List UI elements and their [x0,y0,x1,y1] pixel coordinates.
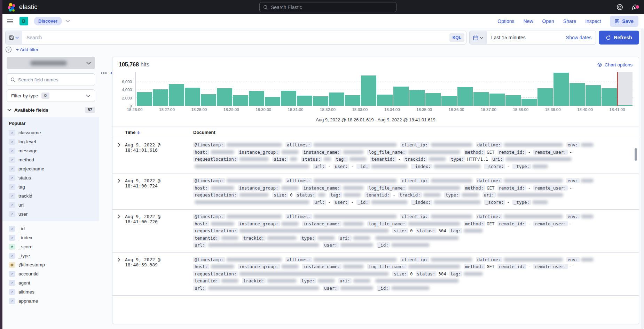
field-item-projectname[interactable]: tprojectname [2,164,99,173]
field-item-log-level[interactable]: tlog-level [2,137,99,146]
field-search-input[interactable] [18,77,91,82]
histogram-bar[interactable] [233,95,248,106]
field-item-alltimes[interactable]: talltimes [2,287,99,296]
histogram-bar[interactable] [602,88,617,106]
help-icon[interactable] [616,4,623,10]
field-item-@timestamp[interactable]: ▦@timestamp [2,260,99,269]
histogram-bar[interactable] [377,95,392,106]
histogram-bar[interactable] [425,93,441,106]
field-item-_type[interactable]: t_type [2,251,99,260]
plot-area [135,72,633,106]
field-item-appname[interactable]: tappname [2,296,99,305]
field-pill: url: [193,242,206,248]
table-scrollbar-thumb[interactable] [635,148,637,161]
refresh-button[interactable]: Refresh [599,31,639,45]
histogram-bar[interactable] [361,75,376,106]
histogram-bar[interactable] [537,88,553,106]
field-name: tag [18,184,25,190]
histogram-bar[interactable] [553,73,569,106]
options-link[interactable]: Options [497,18,514,24]
histogram-bar[interactable] [570,83,585,106]
save-button[interactable]: Save [610,16,638,27]
field-pill: remote_user: [533,185,567,191]
field-name: message [18,148,38,153]
saved-query-menu-button[interactable] [6,31,22,44]
field-item-tag[interactable]: ttag [2,182,99,191]
field-item-method[interactable]: tmethod [2,155,99,164]
histogram-bar[interactable] [217,88,232,106]
histogram-bar[interactable] [586,85,601,106]
histogram-bar[interactable] [521,99,537,106]
field-item-classname[interactable]: tclassname [2,128,99,137]
index-pattern-select[interactable] [7,57,95,69]
field-item-accountid[interactable]: taccountid [2,269,99,278]
text-field-icon: t [9,202,15,208]
available-fields-accordion[interactable]: Available fields 57 [7,107,95,113]
filter-by-type-select[interactable]: Filter by type 0 [7,89,95,102]
show-dates-link[interactable]: Show dates [566,35,591,40]
field-item-status[interactable]: tstatus [2,173,99,182]
global-search-input[interactable] [271,5,393,10]
global-search[interactable] [259,2,396,12]
histogram-chart[interactable]: 02,0004,0006,000 [112,69,639,106]
table-row: Aug 9, 2022 @ 18:41:00.724@timestamp:all… [112,174,639,210]
breadcrumb[interactable]: Discover [34,17,62,25]
chart-options-button[interactable]: Chart options [597,62,633,67]
field-item-_score[interactable]: #_score [2,242,99,251]
expand-row-button[interactable] [112,177,125,206]
field-item-trackid[interactable]: ttrackid [2,191,99,200]
histogram-bar[interactable] [153,89,168,106]
histogram-bar[interactable] [281,91,296,106]
expand-row-button[interactable] [112,213,125,249]
field-item-_id[interactable]: t_id [2,224,99,233]
field-item-uri[interactable]: turi [2,200,99,209]
column-time[interactable]: Time [125,130,193,135]
time-range-caption: Aug 9, 2022 @ 18:26:01.619 - Aug 9, 2022… [112,117,639,122]
inspect-link[interactable]: Inspect [585,18,601,24]
calendar-menu-button[interactable] [470,31,487,44]
histogram-bar[interactable] [265,97,280,106]
drag-handle-icon[interactable] [101,72,107,74]
row-document: @timestamp:alltimes:client_ip:datetime:e… [193,256,639,292]
histogram-bar[interactable] [505,95,521,106]
histogram-bar[interactable] [185,88,200,106]
expand-row-button[interactable] [112,256,125,292]
histogram-bar[interactable] [441,96,457,106]
page-scrollbar-track[interactable] [641,29,644,329]
kql-language-button[interactable]: KQL [449,33,464,42]
x-axis-labels: 18:26:0018:27:0018:28:0018:29:0018:30:00… [135,107,617,114]
histogram-bar[interactable] [457,87,473,106]
expand-row-button[interactable] [112,142,125,170]
histogram-bar[interactable] [249,91,264,106]
popular-label: Popular [9,121,99,126]
field-item-message[interactable]: tmessage [2,146,99,155]
field-item-agent[interactable]: tagent [2,278,99,287]
chevron-down-icon[interactable] [65,19,70,23]
histogram-bar[interactable] [297,96,312,106]
histogram-bar[interactable] [409,90,425,106]
histogram-bar[interactable] [137,92,152,106]
share-link[interactable]: Share [563,18,576,24]
histogram-bar[interactable] [313,96,328,106]
new-link[interactable]: New [524,18,533,24]
histogram-bar[interactable] [345,95,360,106]
field-item-_index[interactable]: t_index [2,233,99,242]
open-link[interactable]: Open [542,18,554,24]
histogram-bar[interactable] [489,94,505,106]
histogram-bar[interactable] [329,93,344,106]
menu-icon[interactable] [7,18,13,25]
histogram-bar[interactable] [393,87,409,106]
histogram-bar[interactable] [473,92,489,106]
news-feed-icon[interactable] [631,4,638,11]
time-range-value[interactable]: Last 15 minutes [491,35,526,40]
histogram-bar[interactable] [169,84,184,106]
histogram-bar[interactable] [201,94,216,106]
field-value: - [528,185,531,191]
query-search-input[interactable] [22,35,449,40]
add-filter-link[interactable]: + Add filter [16,47,38,52]
index-pattern-name-redacted [30,61,67,65]
field-item-user[interactable]: tuser [2,209,99,218]
filter-set-icon[interactable] [5,46,12,53]
elastic-brand[interactable]: elastic [7,3,37,12]
field-pill: tag: [449,271,462,276]
